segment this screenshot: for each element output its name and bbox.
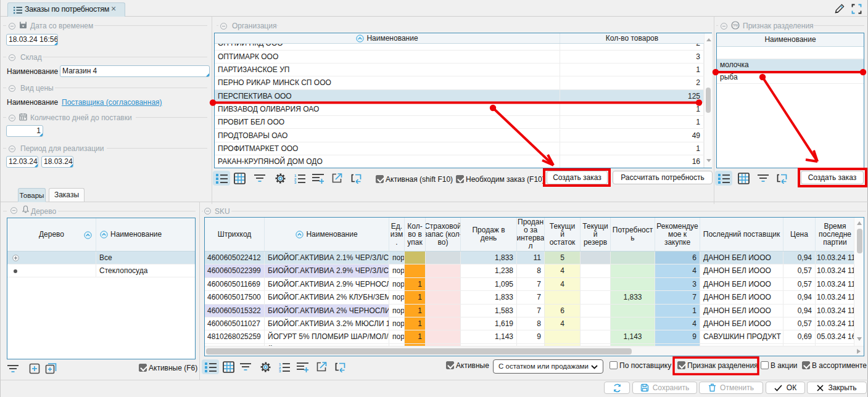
svg-text:ГРМ: ГРМ xyxy=(732,24,738,27)
svg-text:3: 3 xyxy=(279,369,281,372)
svg-text:3: 3 xyxy=(294,181,297,184)
